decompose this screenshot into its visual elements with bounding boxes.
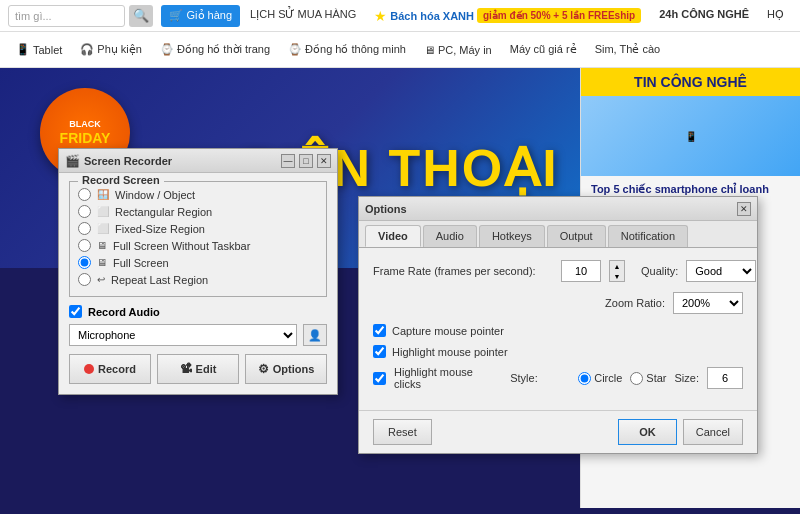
cat-tablet[interactable]: 📱Tablet — [8, 39, 70, 60]
capture-mouse-checkbox[interactable] — [373, 324, 386, 337]
fullscreen-icon: 🖥 — [97, 257, 107, 268]
framerate-input[interactable] — [561, 260, 601, 282]
rectangular-region-label: Rectangular Region — [115, 206, 212, 218]
fixed-icon: ⬜ — [97, 223, 109, 234]
quality-select[interactable]: Good Better Best — [686, 260, 756, 282]
search-box[interactable]: tìm gì... — [8, 5, 125, 27]
cat-fashion-watch[interactable]: ⌚Đồng hồ thời trang — [152, 39, 278, 60]
framerate-label: Frame Rate (frames per second): — [373, 265, 553, 277]
headphone-icon: 🎧 — [80, 43, 94, 56]
framerate-down-button[interactable]: ▼ — [610, 271, 624, 281]
record-audio-label: Record Audio — [88, 306, 160, 318]
screen-recorder-body: Record Screen 🪟 Window / Object ⬜ Rectan… — [59, 173, 337, 394]
size-input[interactable] — [707, 367, 743, 389]
category-bar: 📱Tablet 🎧Phụ kiện ⌚Đồng hồ thời trang ⌚Đ… — [0, 32, 800, 68]
radio-star[interactable] — [630, 372, 643, 385]
highlight-mouse-checkbox[interactable] — [373, 345, 386, 358]
options-titlebar: Options ✕ — [359, 197, 757, 221]
recorder-app-icon: 🎬 — [65, 154, 80, 168]
window-icon: 🪟 — [97, 189, 109, 200]
zoom-ratio-label: Zoom Ratio: — [605, 297, 665, 309]
zoom-ratio-select[interactable]: 200% 100% 150% — [673, 292, 743, 314]
radio-fixed-size[interactable] — [78, 222, 91, 235]
record-audio-checkbox[interactable] — [69, 305, 82, 318]
more-nav-item[interactable]: HỌ — [759, 5, 792, 27]
option-fullscreen: 🖥 Full Screen — [78, 254, 318, 271]
options-icon: ⚙ — [258, 362, 269, 376]
options-dialog: Options ✕ Video Audio Hotkeys Output Not… — [358, 196, 758, 454]
cat-pc[interactable]: 🖥PC, Máy in — [416, 40, 500, 60]
capture-mouse-label: Capture mouse pointer — [392, 325, 504, 337]
cat-smart-watch[interactable]: ⌚Đồng hồ thông minh — [280, 39, 414, 60]
top-navigation: tìm gì... 🔍 🛒 Giỏ hàng LỊCH SỬ MUA HÀNG … — [0, 0, 800, 32]
options-body: Frame Rate (frames per second): ▲ ▼ Qual… — [359, 248, 757, 410]
smartwatch-icon: ⌚ — [288, 43, 302, 56]
tab-notification[interactable]: Notification — [608, 225, 688, 247]
tab-output[interactable]: Output — [547, 225, 606, 247]
watch-icon: ⌚ — [160, 43, 174, 56]
search-button[interactable]: 🔍 — [129, 5, 152, 27]
ok-cancel-buttons: OK Cancel — [618, 419, 743, 445]
cart-icon: 🛒 — [169, 9, 183, 22]
audio-settings-button[interactable]: 👤 — [303, 324, 327, 346]
cart-nav-item[interactable]: 🛒 Giỏ hàng — [161, 5, 241, 27]
tech24-nav-item[interactable]: 24h CÔNG NGHÊ — [651, 5, 757, 27]
quality-label: Quality: — [641, 265, 678, 277]
pc-icon: 🖥 — [424, 44, 435, 56]
search-placeholder: tìm gì... — [15, 10, 52, 22]
options-button[interactable]: ⚙ Options — [245, 354, 327, 384]
microphone-select[interactable]: Microphone — [69, 324, 297, 346]
radio-fullscreen[interactable] — [78, 256, 91, 269]
audio-select-row: Microphone 👤 — [69, 324, 327, 346]
fullscreen-notaskbar-label: Full Screen Without Taskbar — [113, 240, 250, 252]
close-button[interactable]: ✕ — [317, 154, 331, 168]
tab-hotkeys[interactable]: Hotkeys — [479, 225, 545, 247]
radio-fullscreen-notaskbar[interactable] — [78, 239, 91, 252]
circle-option: Circle — [578, 372, 622, 385]
brand-nav-item[interactable]: ★ Bách hóa XANH giảm đến 50% + 5 lần FRE… — [366, 5, 649, 27]
tab-audio[interactable]: Audio — [423, 225, 477, 247]
cat-sim[interactable]: Sim, Thẻ cào — [587, 39, 669, 60]
framerate-up-button[interactable]: ▲ — [610, 261, 624, 271]
cat-old-devices[interactable]: Máy cũ giá rẻ — [502, 39, 585, 60]
reset-button[interactable]: Reset — [373, 419, 432, 445]
radio-rectangular-region[interactable] — [78, 205, 91, 218]
history-nav-item[interactable]: LỊCH SỬ MUA HÀNG — [242, 5, 364, 27]
fullscreen-label: Full Screen — [113, 257, 169, 269]
options-footer: Reset OK Cancel — [359, 410, 757, 453]
minimize-button[interactable]: — — [281, 154, 295, 168]
recorder-buttons: Record 📽 Edit ⚙ Options — [69, 354, 327, 384]
style-label: Style: — [510, 372, 570, 384]
audio-settings-icon: 👤 — [308, 329, 322, 342]
fixed-size-label: Fixed-Size Region — [115, 223, 205, 235]
highlight-clicks-row: Highlight mouse clicks Style: Circle Sta… — [373, 366, 743, 390]
highlight-clicks-checkbox[interactable] — [373, 372, 386, 385]
radio-window-object[interactable] — [78, 188, 91, 201]
record-button[interactable]: Record — [69, 354, 151, 384]
option-rectangular-region: ⬜ Rectangular Region — [78, 203, 318, 220]
repeat-icon: ↩ — [97, 274, 105, 285]
zoom-ratio-row: Zoom Ratio: 200% 100% 150% — [373, 292, 743, 314]
option-fixed-size: ⬜ Fixed-Size Region — [78, 220, 318, 237]
ok-button[interactable]: OK — [618, 419, 677, 445]
star-icon: ★ — [374, 8, 387, 24]
fullscreen-notask-icon: 🖥 — [97, 240, 107, 251]
radio-repeat-region[interactable] — [78, 273, 91, 286]
maximize-button[interactable]: □ — [299, 154, 313, 168]
news-image: 📱 — [581, 96, 800, 176]
option-fullscreen-notaskbar: 🖥 Full Screen Without Taskbar — [78, 237, 318, 254]
framerate-row: Frame Rate (frames per second): ▲ ▼ Qual… — [373, 260, 743, 282]
screen-recorder-title: Screen Recorder — [84, 155, 277, 167]
options-tab-bar: Video Audio Hotkeys Output Notification — [359, 221, 757, 248]
tab-video[interactable]: Video — [365, 225, 421, 247]
radio-circle[interactable] — [578, 372, 591, 385]
framerate-spinner: ▲ ▼ — [609, 260, 625, 282]
cat-accessories[interactable]: 🎧Phụ kiện — [72, 39, 150, 60]
highlight-clicks-label: Highlight mouse clicks — [394, 366, 494, 390]
cancel-button[interactable]: Cancel — [683, 419, 743, 445]
options-close-button[interactable]: ✕ — [737, 202, 751, 216]
record-dot-icon — [84, 364, 94, 374]
edit-button[interactable]: 📽 Edit — [157, 354, 239, 384]
options-title: Options — [365, 203, 733, 215]
edit-icon: 📽 — [180, 362, 192, 376]
